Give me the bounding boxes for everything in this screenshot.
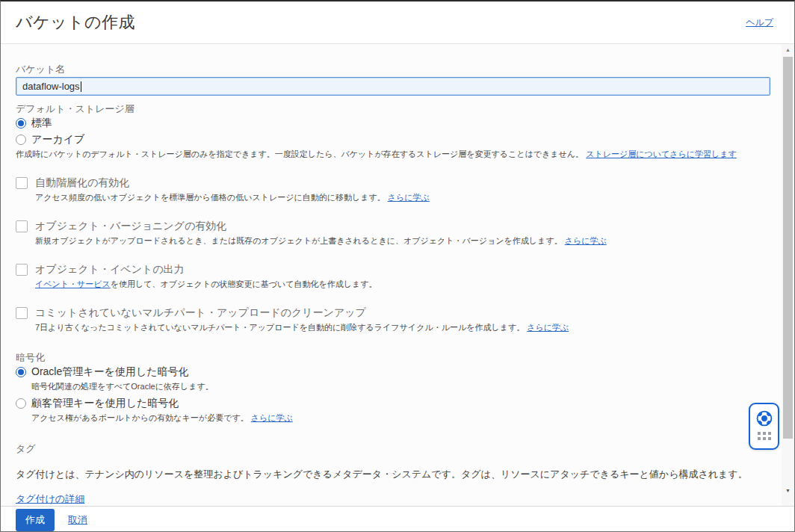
storage-tier-label: デフォルト・ストレージ層 — [16, 103, 758, 114]
storage-tier-learn-link[interactable]: ストレージ層についてさらに学習します — [586, 149, 737, 158]
support-widget[interactable] — [749, 403, 779, 450]
scrollbar-thumb[interactable] — [783, 57, 793, 439]
radio-selected-icon — [16, 367, 26, 377]
create-button[interactable]: 作成 — [16, 509, 55, 531]
multipart-cleanup-label: コミットされていないマルチパート・アップロードのクリーンアップ — [35, 306, 366, 320]
scrollbar-up-arrow[interactable]: ▲ — [782, 47, 794, 52]
object-events-label: オブジェクト・イベントの出力 — [35, 263, 185, 276]
multipart-cleanup-learn-link[interactable]: さらに学ぶ — [527, 323, 569, 332]
radio-oracle-managed-keys[interactable]: Oracle管理キーを使用した暗号化 — [16, 365, 758, 380]
radio-standard-tier[interactable]: 標準 — [16, 116, 758, 131]
versioning-description: 新規オブジェクトがアップロードされるとき、または既存のオブジェクトが上書きされる… — [35, 235, 758, 246]
auto-tiering-checkbox-row[interactable]: 自動階層化の有効化 — [16, 176, 758, 190]
auto-tiering-label: 自動階層化の有効化 — [35, 176, 129, 190]
help-link[interactable]: ヘルプ — [746, 16, 773, 29]
object-events-checkbox-row[interactable]: オブジェクト・イベントの出力 — [16, 263, 758, 276]
multipart-cleanup-description: 7日より古くなったコミットされていないマルチパート・アップロードを自動的に削除す… — [35, 322, 758, 332]
auto-tiering-group: 自動階層化の有効化 アクセス頻度の低いオブジェクトを標準層から価格の低いストレー… — [16, 176, 758, 202]
cancel-link[interactable]: 取消 — [68, 513, 87, 527]
customer-managed-keys-description-text: アクセス権があるボールトからの有効なキーが必要です。 — [31, 413, 249, 422]
dialog-header: バケットの作成 ヘルプ — [1, 1, 794, 44]
object-events-description-text: を使用して、オブジェクトの状態変更に基づいて自動化を作成します。 — [111, 279, 377, 288]
bucket-name-value: dataflow-logs — [22, 81, 80, 92]
radio-unselected-icon — [16, 398, 26, 409]
oracle-managed-keys-description: 暗号化関連の処理をすべてOracleに依存します。 — [31, 381, 758, 392]
customer-managed-keys-learn-link[interactable]: さらに学ぶ — [251, 413, 293, 422]
checkbox-icon[interactable] — [16, 264, 28, 276]
multipart-cleanup-checkbox-row[interactable]: コミットされていないマルチパート・アップロードのクリーンアップ — [16, 306, 758, 320]
radio-archive-tier[interactable]: アーカイブ — [16, 132, 758, 147]
tagging-details-link[interactable]: タグ付けの詳細 — [16, 492, 84, 506]
object-events-group: オブジェクト・イベントの出力 イベント・サービスを使用して、オブジェクトの状態変… — [16, 263, 758, 289]
drag-handle-dots-icon[interactable] — [758, 432, 771, 440]
radio-unselected-icon — [16, 134, 26, 145]
checkbox-icon[interactable] — [16, 220, 28, 232]
auto-tiering-description-text: アクセス頻度の低いオブジェクトを標準層から価格の低いストレージに自動的に移動しま… — [35, 193, 386, 202]
customer-managed-keys-description: アクセス権があるボールトからの有効なキーが必要です。 さらに学ぶ — [31, 412, 758, 423]
versioning-label: オブジェクト・バージョニングの有効化 — [35, 220, 226, 233]
oracle-managed-keys-label: Oracle管理キーを使用した暗号化 — [31, 365, 189, 379]
auto-tiering-description: アクセス頻度の低いオブジェクトを標準層から価格の低いストレージに自動的に移動しま… — [35, 192, 758, 202]
radio-customer-managed-keys[interactable]: 顧客管理キーを使用した暗号化 — [16, 396, 758, 411]
customer-managed-keys-label: 顧客管理キーを使用した暗号化 — [31, 397, 179, 410]
radio-archive-label: アーカイブ — [31, 133, 84, 146]
encryption-label: 暗号化 — [16, 352, 758, 363]
versioning-group: オブジェクト・バージョニングの有効化 新規オブジェクトがアップロードされるとき、… — [16, 220, 758, 246]
radio-selected-icon — [16, 118, 26, 129]
dialog-body: バケット名 dataflow-logs デフォルト・ストレージ層 標準 アーカイ… — [1, 44, 794, 507]
versioning-learn-link[interactable]: さらに学ぶ — [565, 236, 607, 245]
checkbox-icon[interactable] — [16, 177, 28, 189]
storage-tier-description: 作成時にバケットのデフォルト・ストレージ層のみを指定できます。一度設定したら、バ… — [16, 149, 758, 159]
multipart-cleanup-group: コミットされていないマルチパート・アップロードのクリーンアップ 7日より古くなっ… — [16, 306, 758, 332]
versioning-checkbox-row[interactable]: オブジェクト・バージョニングの有効化 — [16, 220, 758, 233]
versioning-description-text: 新規オブジェクトがアップロードされるとき、または既存のオブジェクトが上書きされる… — [35, 236, 563, 245]
bucket-name-input[interactable]: dataflow-logs — [16, 77, 770, 96]
auto-tiering-learn-link[interactable]: さらに学ぶ — [388, 193, 430, 202]
create-bucket-dialog: バケットの作成 ヘルプ バケット名 dataflow-logs デフォルト・スト… — [0, 0, 795, 532]
object-events-description: イベント・サービスを使用して、オブジェクトの状態変更に基づいて自動化を作成します… — [35, 279, 758, 289]
events-service-link[interactable]: イベント・サービス — [35, 279, 111, 288]
dialog-footer: 作成 取消 — [1, 507, 794, 532]
lifebuoy-icon — [754, 408, 775, 429]
text-caret — [81, 81, 81, 92]
tags-description: タグ付けとは、テナンシ内のリソースを整理およびトラッキングできるメタデータ・シス… — [16, 468, 758, 481]
bucket-name-label: バケット名 — [16, 64, 758, 75]
scrollbar-down-arrow[interactable]: ▼ — [782, 488, 794, 493]
checkbox-icon[interactable] — [16, 307, 28, 319]
page-title: バケットの作成 — [16, 11, 135, 34]
radio-standard-label: 標準 — [31, 117, 52, 130]
tags-section-label: タグ — [16, 442, 758, 456]
storage-tier-description-text: 作成時にバケットのデフォルト・ストレージ層のみを指定できます。一度設定したら、バ… — [16, 149, 584, 158]
scrollbar[interactable]: ▲ ▼ — [782, 44, 794, 507]
multipart-cleanup-description-text: 7日より古くなったコミットされていないマルチパート・アップロードを自動的に削除す… — [35, 323, 525, 332]
